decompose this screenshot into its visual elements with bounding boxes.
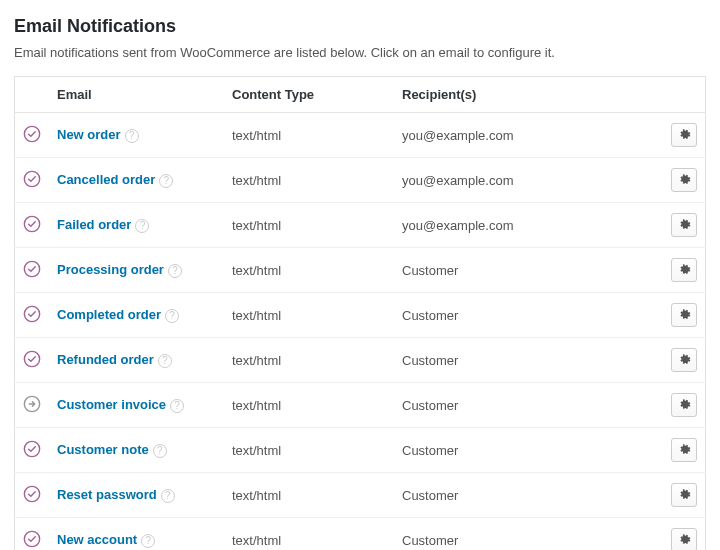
column-status (15, 77, 50, 113)
table-row: Processing order?text/htmlCustomer (15, 248, 706, 293)
content-type-cell: text/html (224, 113, 394, 158)
status-enabled-icon (23, 125, 41, 143)
status-enabled-icon (23, 215, 41, 233)
page-description: Email notifications sent from WooCommerc… (14, 45, 706, 60)
recipients-cell: Customer (394, 473, 662, 518)
help-icon[interactable]: ? (170, 399, 184, 413)
svg-point-8 (24, 486, 39, 501)
content-type-cell: text/html (224, 383, 394, 428)
recipients-cell: you@example.com (394, 158, 662, 203)
content-type-cell: text/html (224, 158, 394, 203)
svg-point-3 (24, 261, 39, 276)
recipients-cell: Customer (394, 248, 662, 293)
content-type-cell: text/html (224, 428, 394, 473)
help-icon[interactable]: ? (158, 354, 172, 368)
status-enabled-icon (23, 170, 41, 188)
gear-icon (678, 217, 691, 233)
gear-icon (678, 262, 691, 278)
column-content-type[interactable]: Content Type (224, 77, 394, 113)
gear-icon (678, 397, 691, 413)
email-link[interactable]: Completed order (57, 307, 161, 322)
email-link[interactable]: New account (57, 532, 137, 547)
content-type-cell: text/html (224, 248, 394, 293)
svg-point-7 (24, 441, 39, 456)
recipients-cell: Customer (394, 338, 662, 383)
emails-table: Email Content Type Recipient(s) New orde… (14, 76, 706, 550)
gear-icon (678, 307, 691, 323)
help-icon[interactable]: ? (168, 264, 182, 278)
help-icon[interactable]: ? (141, 534, 155, 548)
gear-icon (678, 127, 691, 143)
status-enabled-icon (23, 485, 41, 503)
email-link[interactable]: New order (57, 127, 121, 142)
recipients-cell: Customer (394, 383, 662, 428)
email-link[interactable]: Reset password (57, 487, 157, 502)
table-row: Cancelled order?text/htmlyou@example.com (15, 158, 706, 203)
status-enabled-icon (23, 440, 41, 458)
configure-button[interactable] (671, 438, 697, 462)
email-link[interactable]: Customer note (57, 442, 149, 457)
status-manual-icon (23, 395, 41, 413)
table-row: Completed order?text/htmlCustomer (15, 293, 706, 338)
email-link[interactable]: Processing order (57, 262, 164, 277)
gear-icon (678, 487, 691, 503)
configure-button[interactable] (671, 348, 697, 372)
column-email[interactable]: Email (49, 77, 224, 113)
status-enabled-icon (23, 260, 41, 278)
help-icon[interactable]: ? (161, 489, 175, 503)
column-recipients[interactable]: Recipient(s) (394, 77, 662, 113)
svg-point-4 (24, 306, 39, 321)
svg-point-9 (24, 531, 39, 546)
status-enabled-icon (23, 305, 41, 323)
content-type-cell: text/html (224, 518, 394, 551)
recipients-cell: you@example.com (394, 203, 662, 248)
help-icon[interactable]: ? (165, 309, 179, 323)
content-type-cell: text/html (224, 203, 394, 248)
recipients-cell: Customer (394, 518, 662, 551)
table-row: New account?text/htmlCustomer (15, 518, 706, 551)
gear-icon (678, 442, 691, 458)
table-row: New order?text/htmlyou@example.com (15, 113, 706, 158)
help-icon[interactable]: ? (135, 219, 149, 233)
help-icon[interactable]: ? (159, 174, 173, 188)
gear-icon (678, 352, 691, 368)
content-type-cell: text/html (224, 473, 394, 518)
content-type-cell: text/html (224, 293, 394, 338)
recipients-cell: Customer (394, 293, 662, 338)
help-icon[interactable]: ? (125, 129, 139, 143)
svg-point-2 (24, 216, 39, 231)
configure-button[interactable] (671, 168, 697, 192)
content-type-cell: text/html (224, 338, 394, 383)
svg-point-1 (24, 171, 39, 186)
table-row: Customer note?text/htmlCustomer (15, 428, 706, 473)
email-link[interactable]: Cancelled order (57, 172, 155, 187)
configure-button[interactable] (671, 528, 697, 550)
recipients-cell: you@example.com (394, 113, 662, 158)
recipients-cell: Customer (394, 428, 662, 473)
configure-button[interactable] (671, 393, 697, 417)
svg-point-5 (24, 351, 39, 366)
table-row: Failed order?text/htmlyou@example.com (15, 203, 706, 248)
svg-point-0 (24, 126, 39, 141)
column-actions (662, 77, 706, 113)
configure-button[interactable] (671, 213, 697, 237)
configure-button[interactable] (671, 258, 697, 282)
gear-icon (678, 532, 691, 548)
help-icon[interactable]: ? (153, 444, 167, 458)
configure-button[interactable] (671, 123, 697, 147)
table-row: Customer invoice?text/htmlCustomer (15, 383, 706, 428)
table-row: Reset password?text/htmlCustomer (15, 473, 706, 518)
page-title: Email Notifications (14, 16, 706, 37)
email-link[interactable]: Failed order (57, 217, 131, 232)
configure-button[interactable] (671, 303, 697, 327)
email-link[interactable]: Refunded order (57, 352, 154, 367)
table-row: Refunded order?text/htmlCustomer (15, 338, 706, 383)
status-enabled-icon (23, 530, 41, 548)
status-enabled-icon (23, 350, 41, 368)
gear-icon (678, 172, 691, 188)
email-link[interactable]: Customer invoice (57, 397, 166, 412)
configure-button[interactable] (671, 483, 697, 507)
